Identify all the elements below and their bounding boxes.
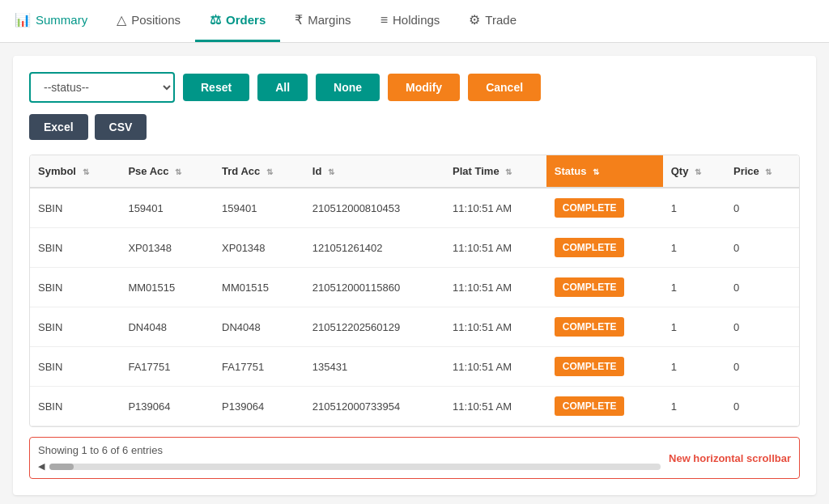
- table-row: SBIN P139064 P139064 210512000733954 11:…: [30, 387, 799, 426]
- sort-icon-price: ⇅: [765, 167, 772, 176]
- sort-icon-pse-acc: ⇅: [175, 167, 181, 176]
- nav-item-summary[interactable]: 📊 Summary: [0, 0, 102, 42]
- cell-trd-acc: MM01515: [214, 268, 304, 307]
- nav-item-holdings[interactable]: ≡ Holdings: [366, 0, 455, 42]
- col-id[interactable]: Id ⇅: [304, 155, 444, 188]
- orders-icon: ⚖: [210, 12, 221, 28]
- status-badge: COMPLETE: [555, 317, 625, 337]
- scroll-left-arrow[interactable]: ◀: [38, 461, 45, 472]
- cell-qty: 1: [663, 307, 725, 347]
- cell-id: 210512000810453: [304, 188, 444, 228]
- orders-table: Symbol ⇅ Pse Acc ⇅ Trd Acc ⇅ Id ⇅ Plat T…: [30, 155, 799, 426]
- nav-label-margins: Margins: [308, 13, 351, 27]
- sort-icon-trd-acc: ⇅: [266, 167, 273, 176]
- cell-price: 0: [725, 307, 799, 347]
- holdings-icon: ≡: [380, 13, 388, 28]
- sort-icon-qty: ⇅: [695, 167, 701, 176]
- col-price[interactable]: Price ⇅: [725, 155, 799, 188]
- cell-pse-acc: P139064: [120, 387, 214, 426]
- col-status[interactable]: Status ⇅: [546, 155, 663, 188]
- orders-table-wrapper: Symbol ⇅ Pse Acc ⇅ Trd Acc ⇅ Id ⇅ Plat T…: [29, 155, 800, 427]
- excel-button[interactable]: Excel: [29, 114, 88, 140]
- status-badge: COMPLETE: [555, 198, 625, 218]
- cell-symbol: SBIN: [30, 387, 120, 426]
- table-row: SBIN FA17751 FA17751 135431 11:10:51 AM …: [30, 347, 799, 387]
- cell-symbol: SBIN: [30, 228, 120, 268]
- nav-bar: 📊 Summary △ Positions ⚖ Orders ₹ Margins…: [0, 0, 829, 43]
- cell-trd-acc: P139064: [214, 387, 304, 426]
- scrollbar-row: ◀: [38, 461, 661, 472]
- cancel-button[interactable]: Cancel: [468, 74, 541, 101]
- status-select[interactable]: --status-- COMPLETE PENDING CANCELLED: [29, 72, 175, 103]
- export-row: Excel CSV: [29, 114, 800, 140]
- sort-icon-symbol: ⇅: [83, 167, 89, 176]
- cell-trd-acc: FA17751: [214, 347, 304, 387]
- modify-button[interactable]: Modify: [388, 74, 460, 101]
- cell-price: 0: [725, 387, 799, 426]
- scrollbar-thumb: [49, 464, 74, 470]
- cell-plat-time: 11:10:51 AM: [444, 307, 546, 347]
- cell-symbol: SBIN: [30, 188, 120, 228]
- cell-qty: 1: [663, 347, 725, 387]
- margins-icon: ₹: [295, 12, 303, 28]
- nav-label-trade: Trade: [485, 13, 517, 27]
- cell-plat-time: 11:10:51 AM: [444, 347, 546, 387]
- cell-trd-acc: XP01348: [214, 228, 304, 268]
- table-row: SBIN XP01348 XP01348 121051261402 11:10:…: [30, 228, 799, 268]
- status-badge: COMPLETE: [555, 396, 625, 416]
- nav-item-positions[interactable]: △ Positions: [102, 0, 195, 42]
- col-qty[interactable]: Qty ⇅: [663, 155, 725, 188]
- cell-qty: 1: [663, 188, 725, 228]
- cell-qty: 1: [663, 387, 725, 426]
- cell-symbol: SBIN: [30, 347, 120, 387]
- nav-label-summary: Summary: [36, 13, 87, 27]
- cell-id: 135431: [304, 347, 444, 387]
- sort-icon-status: ⇅: [593, 167, 599, 176]
- table-row: SBIN 159401 159401 210512000810453 11:10…: [30, 188, 799, 228]
- nav-label-positions: Positions: [131, 13, 181, 27]
- cell-pse-acc: DN4048: [120, 307, 214, 347]
- none-button[interactable]: None: [316, 74, 380, 101]
- cell-symbol: SBIN: [30, 268, 120, 307]
- nav-item-trade[interactable]: ⚙ Trade: [454, 0, 531, 42]
- status-badge: COMPLETE: [555, 357, 625, 376]
- positions-icon: △: [117, 12, 126, 28]
- cell-id: 210512202560129: [304, 307, 444, 347]
- new-scrollbar-label: New horizontal scrollbar: [669, 452, 791, 464]
- col-pse-acc[interactable]: Pse Acc ⇅: [120, 155, 214, 188]
- cell-price: 0: [725, 188, 799, 228]
- nav-item-margins[interactable]: ₹ Margins: [280, 0, 365, 42]
- col-plat-time[interactable]: Plat Time ⇅: [444, 155, 546, 188]
- col-trd-acc[interactable]: Trd Acc ⇅: [214, 155, 304, 188]
- cell-plat-time: 11:10:51 AM: [444, 268, 546, 307]
- table-row: SBIN MM01515 MM01515 210512000115860 11:…: [30, 268, 799, 307]
- main-content: --status-- COMPLETE PENDING CANCELLED Re…: [13, 56, 816, 495]
- cell-status: COMPLETE: [546, 347, 663, 387]
- cell-status: COMPLETE: [546, 228, 663, 268]
- nav-item-orders[interactable]: ⚖ Orders: [195, 0, 280, 42]
- cell-plat-time: 11:10:51 AM: [444, 387, 546, 426]
- summary-icon: 📊: [15, 12, 31, 28]
- cell-price: 0: [725, 228, 799, 268]
- sort-icon-plat-time: ⇅: [505, 167, 512, 176]
- cell-trd-acc: 159401: [214, 188, 304, 228]
- cell-plat-time: 11:10:51 AM: [444, 188, 546, 228]
- col-symbol[interactable]: Symbol ⇅: [30, 155, 120, 188]
- cell-pse-acc: MM01515: [120, 268, 214, 307]
- cell-pse-acc: XP01348: [120, 228, 214, 268]
- trade-icon: ⚙: [469, 12, 480, 28]
- cell-trd-acc: DN4048: [214, 307, 304, 347]
- reset-button[interactable]: Reset: [183, 74, 249, 101]
- sort-icon-id: ⇅: [328, 167, 334, 176]
- all-button[interactable]: All: [257, 74, 308, 101]
- scrollbar-track[interactable]: [49, 464, 661, 470]
- cell-pse-acc: 159401: [120, 188, 214, 228]
- table-footer: Showing 1 to 6 of 6 entries ◀ New horizo…: [29, 437, 800, 479]
- nav-label-holdings: Holdings: [393, 13, 440, 27]
- footer-row: Showing 1 to 6 of 6 entries ◀ New horizo…: [38, 444, 791, 472]
- table-header-row: Symbol ⇅ Pse Acc ⇅ Trd Acc ⇅ Id ⇅ Plat T…: [30, 155, 799, 188]
- csv-button[interactable]: CSV: [95, 114, 147, 140]
- cell-price: 0: [725, 347, 799, 387]
- cell-id: 121051261402: [304, 228, 444, 268]
- cell-plat-time: 11:10:51 AM: [444, 228, 546, 268]
